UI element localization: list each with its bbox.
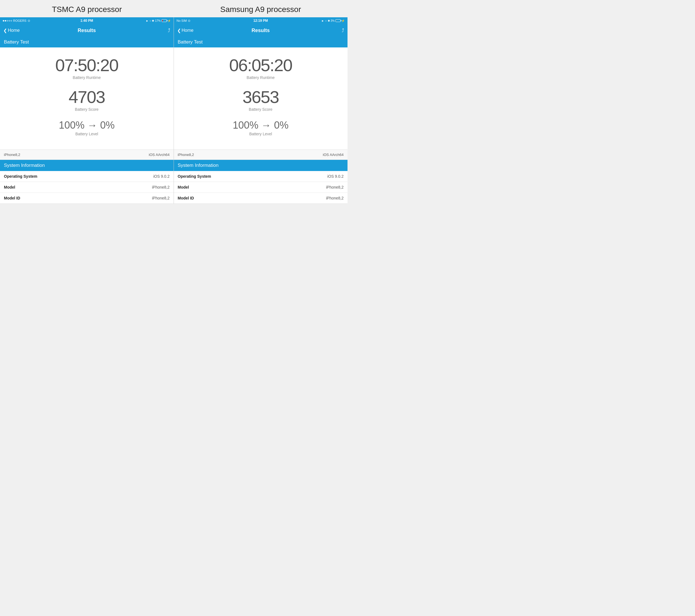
left-battery-level-label: Battery Level bbox=[5, 132, 168, 136]
left-nav-title: Results bbox=[78, 28, 96, 34]
dot3 bbox=[7, 20, 8, 21]
right-sys-key-2: Model ID bbox=[178, 196, 194, 200]
left-sys-row-1: Model iPhone8,2 bbox=[0, 182, 174, 193]
left-sys-row-0: Operating System iOS 9.0.2 bbox=[0, 171, 174, 182]
left-battery-score-label: Battery Score bbox=[5, 107, 168, 111]
left-share-button[interactable]: ⤴ bbox=[168, 28, 170, 34]
phone-container: ROGERS ⊙ 1:40 PM ► ○ ✱ 17% ⚡ ❮ Home Resu… bbox=[0, 17, 348, 204]
page-title-row: TSMC A9 processor Samsung A9 processor bbox=[0, 0, 348, 17]
left-section-header: Battery Test bbox=[0, 37, 174, 48]
left-panel: ROGERS ⊙ 1:40 PM ► ○ ✱ 17% ⚡ ❮ Home Resu… bbox=[0, 17, 174, 204]
left-sys-key-2: Model ID bbox=[4, 196, 20, 200]
left-sys-val-0: iOS 9.0.2 bbox=[153, 174, 169, 179]
left-signal-dots bbox=[3, 20, 12, 21]
dot1 bbox=[3, 20, 4, 21]
left-battery-percent: 17% bbox=[155, 19, 160, 22]
right-charging-icon: ⚡ bbox=[341, 19, 345, 22]
right-alarm-icon: ○ bbox=[325, 19, 327, 22]
right-wifi-icon: ⊙ bbox=[188, 19, 190, 23]
right-share-button[interactable]: ⤴ bbox=[342, 28, 344, 34]
left-sys-row-2: Model ID iPhone8,2 bbox=[0, 193, 174, 204]
right-os-arch: iOS AArch64 bbox=[323, 153, 344, 157]
left-back-label: Home bbox=[8, 28, 20, 33]
left-os-arch: iOS AArch64 bbox=[149, 153, 169, 157]
right-sys-row-0: Operating System iOS 9.0.2 bbox=[174, 171, 348, 182]
left-battery-fill bbox=[162, 20, 163, 21]
right-sys-info-header: System Information bbox=[174, 160, 348, 171]
left-status-left: ROGERS ⊙ bbox=[3, 19, 30, 23]
left-charging-icon: ⚡ bbox=[168, 19, 171, 22]
right-main-content: 06:05:20 Battery Runtime 3653 Battery Sc… bbox=[174, 48, 348, 149]
right-battery-percent: 3% bbox=[331, 19, 335, 22]
left-sys-val-1: iPhone8,2 bbox=[152, 185, 169, 190]
dot5 bbox=[11, 20, 12, 21]
right-status-right: ► ○ ✱ 3% ⚡ bbox=[322, 19, 345, 22]
right-sys-val-2: iPhone8,2 bbox=[326, 196, 344, 200]
right-back-label: Home bbox=[182, 28, 194, 33]
left-sys-key-1: Model bbox=[4, 185, 15, 190]
left-battery-runtime-label: Battery Runtime bbox=[5, 75, 168, 80]
left-sys-info-header: System Information bbox=[0, 160, 174, 171]
right-nav-title: Results bbox=[252, 28, 270, 34]
right-status-bar: No SIM ⊙ 12:19 PM ► ○ ✱ 3% ⚡ bbox=[174, 17, 348, 24]
right-battery-icon bbox=[336, 19, 340, 22]
left-carrier: ROGERS bbox=[13, 19, 27, 22]
left-nav-bar: ❮ Home Results ⤴ bbox=[0, 24, 174, 37]
right-sys-row-2: Model ID iPhone8,2 bbox=[174, 193, 348, 204]
right-sys-key-0: Operating System bbox=[178, 174, 211, 179]
right-status-left: No SIM ⊙ bbox=[177, 19, 191, 23]
right-time: 12:19 PM bbox=[253, 19, 268, 23]
right-page-title: Samsung A9 processor bbox=[174, 0, 348, 17]
left-wifi-icon: ⊙ bbox=[28, 19, 30, 23]
right-sys-val-0: iOS 9.0.2 bbox=[327, 174, 344, 179]
right-battery-level-value: 100% → 0% bbox=[180, 119, 342, 131]
right-battery-score-label: Battery Score bbox=[180, 107, 342, 111]
left-nav-back[interactable]: ❮ Home bbox=[3, 28, 20, 33]
left-info-row: iPhone8,2 iOS AArch64 bbox=[0, 149, 174, 160]
left-battery-icon bbox=[162, 19, 167, 22]
right-location-icon: ► bbox=[322, 19, 324, 22]
left-sys-key-0: Operating System bbox=[4, 174, 37, 179]
right-section-header: Battery Test bbox=[174, 37, 348, 48]
left-location-icon: ► bbox=[146, 19, 149, 22]
left-battery-score-value: 4703 bbox=[5, 88, 168, 107]
right-panel: No SIM ⊙ 12:19 PM ► ○ ✱ 3% ⚡ ❮ Home Resu… bbox=[174, 17, 348, 204]
left-status-bar: ROGERS ⊙ 1:40 PM ► ○ ✱ 17% ⚡ bbox=[0, 17, 174, 24]
left-main-content: 07:50:20 Battery Runtime 4703 Battery Sc… bbox=[0, 48, 174, 149]
left-sys-val-2: iPhone8,2 bbox=[152, 196, 169, 200]
left-alarm-icon: ○ bbox=[149, 19, 151, 22]
left-bluetooth-icon: ✱ bbox=[152, 19, 154, 22]
right-battery-level-label: Battery Level bbox=[180, 132, 342, 136]
left-sys-info-table: Operating System iOS 9.0.2 Model iPhone8… bbox=[0, 171, 174, 204]
left-status-right: ► ○ ✱ 17% ⚡ bbox=[146, 19, 171, 22]
left-device-model: iPhone8,2 bbox=[4, 153, 20, 157]
left-battery-level-value: 100% → 0% bbox=[5, 119, 168, 131]
right-carrier: No SIM bbox=[177, 19, 187, 22]
left-back-chevron: ❮ bbox=[3, 28, 7, 33]
right-battery-runtime-value: 06:05:20 bbox=[180, 56, 342, 75]
left-page-title: TSMC A9 processor bbox=[0, 0, 174, 17]
dot4 bbox=[9, 20, 10, 21]
right-sys-val-1: iPhone8,2 bbox=[326, 185, 344, 190]
right-bluetooth-icon: ✱ bbox=[328, 19, 330, 22]
left-battery-runtime-value: 07:50:20 bbox=[5, 56, 168, 75]
right-nav-back[interactable]: ❮ Home bbox=[177, 28, 194, 33]
dot2 bbox=[5, 20, 6, 21]
right-battery-score-value: 3653 bbox=[180, 88, 342, 107]
right-sys-info-table: Operating System iOS 9.0.2 Model iPhone8… bbox=[174, 171, 348, 204]
right-battery-runtime-label: Battery Runtime bbox=[180, 75, 342, 80]
right-info-row: iPhone8,2 iOS AArch64 bbox=[174, 149, 348, 160]
left-time: 1:40 PM bbox=[80, 19, 93, 23]
right-sys-row-1: Model iPhone8,2 bbox=[174, 182, 348, 193]
right-sys-key-1: Model bbox=[178, 185, 189, 190]
right-nav-bar: ❮ Home Results ⤴ bbox=[174, 24, 348, 37]
right-device-model: iPhone8,2 bbox=[178, 153, 194, 157]
right-back-chevron: ❮ bbox=[177, 28, 181, 33]
